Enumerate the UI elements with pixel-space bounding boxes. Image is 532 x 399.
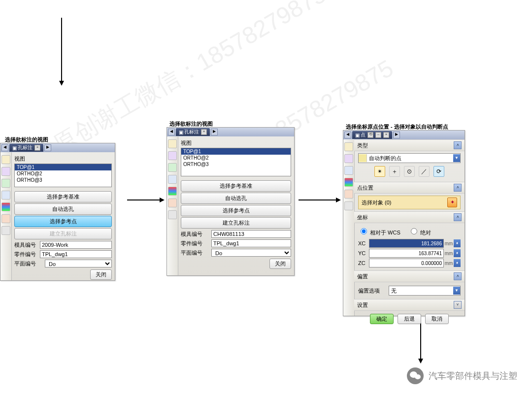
- list-item[interactable]: TOP@1: [15, 164, 111, 170]
- min-icon[interactable]: –: [375, 132, 381, 138]
- side-icon[interactable]: [168, 151, 177, 160]
- radio-absolute[interactable]: 绝对: [408, 227, 431, 236]
- select-ref-datum-button[interactable]: 选择参考基准: [14, 191, 112, 202]
- side-icon[interactable]: [168, 175, 177, 184]
- panel2-content: 视图 TOP@1 ORTHO@2 ORTHO@3 选择参考基准 自动选孔 选择参…: [178, 136, 294, 275]
- xc-label: XC: [358, 240, 369, 246]
- back-button[interactable]: 后退: [398, 314, 421, 324]
- yc-label: YC: [358, 250, 369, 256]
- plane-no-select[interactable]: Do: [45, 260, 112, 267]
- yc-input[interactable]: 163.87741: [369, 249, 444, 258]
- side-icon[interactable]: [168, 210, 177, 219]
- offset-option-dropdown[interactable]: 无 ▼: [389, 286, 461, 296]
- side-icon[interactable]: [1, 167, 10, 176]
- auto-select-hole-button[interactable]: 自动选孔: [181, 193, 291, 204]
- build-hole-annotation-button[interactable]: 建立孔标注: [181, 217, 291, 229]
- chevron-up-icon[interactable]: ʌ: [454, 213, 462, 221]
- views-list[interactable]: TOP@1 ORTHO@2 ORTHO@3: [14, 164, 112, 187]
- nav-left-icon[interactable]: ◀: [344, 132, 351, 138]
- nav-left-icon[interactable]: ◀: [1, 144, 8, 151]
- section-point-location[interactable]: 点位置ʌ: [354, 182, 465, 194]
- section-offset[interactable]: 偏置ʌ: [354, 270, 465, 282]
- list-item[interactable]: TOP@1: [181, 148, 291, 155]
- side-icon[interactable]: [344, 190, 353, 199]
- side-icon[interactable]: [344, 166, 353, 175]
- plane-no-select[interactable]: Do: [211, 249, 291, 257]
- wechat-badge: 汽车零部件模具与注塑: [407, 367, 517, 384]
- cancel-button[interactable]: 取消: [425, 314, 449, 324]
- plane-no-label: 平面编号: [14, 260, 42, 267]
- more-tools-icon[interactable]: ⟳: [433, 166, 444, 177]
- close-icon[interactable]: ×: [383, 132, 389, 138]
- close-button[interactable]: 关闭: [90, 269, 112, 280]
- side-icon[interactable]: [168, 139, 177, 148]
- panel3-tabstrip: ◀ ▣点 ⟲ – × ▶: [343, 131, 465, 139]
- cursor-point-icon[interactable]: ＋: [389, 166, 400, 177]
- dropdown-arrow-icon[interactable]: ▼: [453, 154, 460, 162]
- tab-hole-annotation[interactable]: ▣孔标注×: [176, 128, 210, 136]
- list-item[interactable]: ORTHO@2: [15, 170, 111, 177]
- existing-point-icon[interactable]: ⊙: [404, 166, 415, 177]
- nav-right-icon[interactable]: ▶: [393, 132, 400, 138]
- close-icon[interactable]: ×: [201, 129, 207, 135]
- side-icon[interactable]: [344, 142, 353, 151]
- side-icon[interactable]: [1, 179, 10, 188]
- inferred-point-icon[interactable]: ✴: [374, 166, 385, 177]
- nav-right-icon[interactable]: ▶: [211, 129, 218, 135]
- select-ref-point-button[interactable]: 选择参考点: [14, 216, 112, 227]
- mold-no-input[interactable]: [40, 241, 112, 249]
- select-ref-datum-button[interactable]: 选择参考基准: [181, 180, 291, 192]
- views-label: 视图: [14, 155, 112, 163]
- nav-right-icon[interactable]: ▶: [44, 144, 51, 151]
- chevron-up-icon[interactable]: ʌ: [454, 141, 462, 149]
- close-button[interactable]: 关闭: [269, 259, 291, 269]
- auto-select-hole-button[interactable]: 自动选孔: [14, 203, 112, 215]
- undo-icon[interactable]: ⟲: [367, 132, 373, 138]
- ok-button[interactable]: 确定: [370, 314, 394, 324]
- side-icon[interactable]: [344, 154, 353, 163]
- zc-input[interactable]: 0.000000: [369, 259, 444, 267]
- side-icon[interactable]: [168, 199, 177, 207]
- chevron-down-icon[interactable]: v: [454, 301, 462, 309]
- part-no-label: 零件编号: [14, 251, 37, 258]
- mold-no-input[interactable]: [211, 230, 291, 238]
- type-dropdown[interactable]: 自动判断的点 ▼: [358, 153, 461, 163]
- endpoint-icon[interactable]: ／: [419, 166, 430, 177]
- radio-relative-wcs[interactable]: 相对于 WCS: [358, 227, 400, 236]
- xc-input[interactable]: 181.2686: [369, 239, 444, 248]
- side-icon[interactable]: [1, 214, 10, 223]
- list-item[interactable]: ORTHO@2: [181, 155, 291, 161]
- nav-left-icon[interactable]: ◀: [168, 129, 175, 135]
- side-icon[interactable]: [344, 178, 353, 187]
- section-coord[interactable]: 坐标ʌ: [354, 211, 465, 223]
- part-no-input[interactable]: [40, 250, 112, 258]
- views-list[interactable]: TOP@1 ORTHO@2 ORTHO@3: [181, 148, 291, 176]
- panel1-tabstrip: ◀ ▣孔标注× ▶: [0, 143, 115, 152]
- chevron-up-icon[interactable]: ʌ: [454, 272, 462, 280]
- chevron-up-icon[interactable]: ʌ: [454, 184, 462, 192]
- panel2-title: 选择欲标注的视图: [169, 120, 213, 128]
- list-item[interactable]: ORTHO@3: [15, 177, 111, 183]
- pick-target-icon[interactable]: ✦: [447, 198, 457, 207]
- section-type[interactable]: 类型ʌ: [354, 139, 465, 151]
- spinner-icon[interactable]: ♦: [454, 249, 461, 257]
- side-icon[interactable]: [168, 163, 177, 172]
- panel3-title: 选择坐标原点位置 - 选择对象以自动判断点: [346, 123, 448, 131]
- close-icon[interactable]: ×: [34, 145, 40, 151]
- side-icon[interactable]: [1, 202, 10, 211]
- section-settings[interactable]: 设置v: [354, 299, 465, 311]
- side-icon[interactable]: [1, 155, 10, 164]
- spinner-icon[interactable]: ♦: [454, 259, 461, 267]
- dropdown-arrow-icon[interactable]: ▼: [453, 287, 460, 295]
- side-icon[interactable]: [344, 201, 353, 210]
- select-ref-point-button[interactable]: 选择参考点: [181, 205, 291, 216]
- select-object-row[interactable]: 选择对象 (0) ✦: [358, 196, 461, 209]
- side-icon[interactable]: [1, 226, 10, 235]
- spinner-icon[interactable]: ♦: [454, 239, 461, 247]
- tab-point[interactable]: ▣点 ⟲ – ×: [352, 131, 392, 139]
- list-item[interactable]: ORTHO@3: [181, 161, 291, 167]
- tab-hole-annotation[interactable]: ▣孔标注×: [9, 144, 43, 152]
- side-icon[interactable]: [1, 191, 10, 200]
- part-no-input[interactable]: [211, 239, 291, 247]
- side-icon[interactable]: [168, 187, 177, 196]
